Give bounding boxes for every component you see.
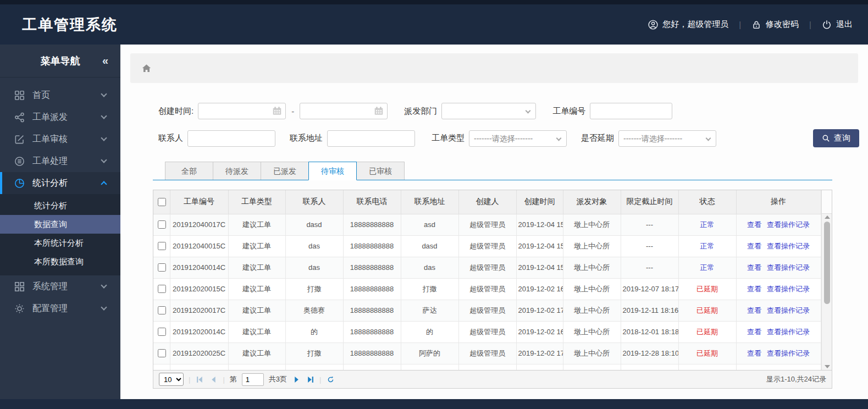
view-link[interactable]: 查看 [747, 349, 761, 357]
view-log-link[interactable]: 查看操作记录 [767, 263, 810, 272]
sidebar-subitem-data-query[interactable]: 数据查询 [0, 215, 120, 234]
work-order-table: 工单编号 工单类型 联系人 联系电话 联系地址 创建人 创建时间 派发对象 限定… [153, 190, 821, 370]
scrollbar-header-spacer [822, 190, 832, 214]
cell-target: 墩上中心所 [563, 235, 621, 257]
next-page-button[interactable] [292, 375, 301, 384]
row-checkbox[interactable] [158, 306, 166, 314]
col-address: 联系地址 [401, 190, 458, 214]
view-link[interactable]: 查看 [747, 220, 761, 229]
tab-dispatched[interactable]: 已派发 [261, 162, 309, 180]
row-checkbox[interactable] [158, 285, 166, 293]
cell-creator: 超级管理员 [458, 257, 516, 278]
cell-phone: 18888888888 [343, 342, 401, 364]
contact-input[interactable] [187, 130, 275, 147]
row-checkbox[interactable] [158, 220, 166, 229]
view-link[interactable]: 查看 [747, 263, 761, 272]
scrollbar-thumb[interactable] [824, 222, 830, 304]
status-tabs: 全部 待派发 已派发 待审核 已审核 [153, 162, 832, 180]
cell-order-no: 201912020015C [170, 278, 228, 300]
contact-address-input[interactable] [327, 130, 415, 147]
select-all-checkbox[interactable] [158, 198, 166, 206]
sidebar-item-home[interactable]: 首页 [0, 84, 120, 106]
view-link[interactable]: 查看 [747, 306, 761, 314]
sidebar-item-statistics[interactable]: 统计分析 [0, 172, 120, 194]
order-no-input[interactable] [590, 103, 672, 119]
tab-pending-review[interactable]: 待审核 [308, 162, 357, 180]
refresh-button[interactable] [326, 375, 335, 384]
table-row: 201912040015C 建议工单 das 18888888888 dasd … [153, 235, 821, 257]
sidebar-item-config[interactable]: 配置管理 [0, 297, 120, 319]
cell-contact: das [285, 235, 343, 257]
cell-address: das [401, 257, 458, 278]
tab-all[interactable]: 全部 [165, 162, 213, 180]
order-no-label: 工单编号 [552, 106, 585, 117]
first-page-button[interactable] [195, 375, 204, 384]
view-link[interactable]: 查看 [747, 285, 761, 293]
home-icon[interactable] [141, 63, 152, 74]
sidebar-subitem-branch-data-query[interactable]: 本所数据查询 [0, 252, 120, 271]
row-checkbox[interactable] [158, 328, 166, 336]
sidebar-item-system[interactable]: 系统管理 [0, 275, 120, 297]
cell-deadline: 2019-12-28 18:10 [621, 342, 678, 364]
view-link[interactable]: 查看 [747, 242, 761, 250]
order-type-field: -------请选择------- [469, 130, 567, 147]
scrollbar-track[interactable] [822, 214, 832, 370]
sidebar-item-dispatch[interactable]: 工单派发 [0, 106, 120, 128]
col-deadline: 限定截止时间 [621, 190, 678, 214]
order-type-select[interactable]: -------请选择------- [469, 130, 567, 147]
status-badge: 已延期 [696, 328, 718, 336]
cell-target: 墩上中心所 [563, 278, 621, 300]
last-page-button[interactable] [306, 375, 314, 384]
userbar-divider: | [736, 20, 744, 29]
filter-row-2: 联系人 联系地址 工单类型 -------请选择------- 是否延期 ---… [158, 129, 859, 147]
view-log-link[interactable]: 查看操作记录 [767, 349, 810, 357]
cell-phone: 18888888888 [343, 257, 401, 278]
sidebar-subitem-statistics[interactable]: 统计分析 [0, 196, 120, 215]
sidebar-item-label: 统计分析 [32, 178, 68, 189]
created-start-field [198, 103, 286, 119]
view-log-link[interactable]: 查看操作记录 [767, 328, 810, 336]
pagination-divider: | [319, 375, 321, 384]
lock-icon [751, 20, 761, 30]
view-link[interactable]: 查看 [747, 328, 761, 336]
search-button[interactable]: 查询 [813, 129, 859, 147]
sidebar-item-process[interactable]: 工单处理 [0, 150, 120, 172]
col-created: 创建时间 [516, 190, 563, 214]
user-greeting[interactable]: 您好，超级管理员 [648, 19, 728, 30]
page-number-input[interactable] [242, 373, 264, 386]
search-button-label: 查询 [834, 133, 850, 143]
table-row: 201912040017C 建议工单 dasd 18888888888 asd … [153, 214, 821, 235]
scroll-down-arrow[interactable] [825, 365, 830, 368]
sidebar-collapse-icon[interactable]: « [102, 54, 107, 67]
sidebar-subitem-branch-statistics[interactable]: 本所统计分析 [0, 234, 120, 252]
is-delayed-select[interactable]: -------请选择------- [618, 130, 716, 147]
dispatch-dept-select[interactable] [441, 103, 536, 119]
tab-reviewed[interactable]: 已审核 [356, 162, 405, 180]
row-checkbox[interactable] [158, 263, 166, 272]
view-log-link[interactable]: 查看操作记录 [767, 242, 810, 250]
app-title: 工单管理系统 [22, 15, 118, 35]
change-password-button[interactable]: 修改密码 [751, 19, 799, 30]
view-log-link[interactable]: 查看操作记录 [767, 285, 810, 293]
page-size-select[interactable]: 10 [159, 373, 184, 386]
cell-created: 2019-12-02 17 [516, 300, 563, 321]
created-start-input[interactable] [198, 103, 286, 119]
sidebar-item-review[interactable]: 工单审核 [0, 128, 120, 150]
view-log-link[interactable]: 查看操作记录 [767, 306, 810, 314]
view-log-link[interactable]: 查看操作记录 [767, 220, 810, 229]
tab-pending-dispatch[interactable]: 待派发 [213, 162, 261, 180]
row-checkbox[interactable] [158, 242, 166, 250]
cell-address: 萨达 [401, 300, 458, 321]
scroll-up-arrow[interactable] [825, 215, 830, 219]
cell-created: 2019-12-02 17 [516, 342, 563, 364]
is-delayed-label: 是否延期 [581, 133, 614, 143]
cell-creator: 超级管理员 [458, 300, 516, 321]
cell-order-no: 201912040015C [170, 235, 228, 257]
table-row: 201912020017C 建议工单 奥德赛 18888888888 萨达 超级… [153, 300, 821, 321]
row-checkbox[interactable] [158, 349, 166, 357]
logout-button[interactable]: 退出 [822, 19, 853, 30]
created-end-input[interactable] [300, 103, 388, 119]
logout-label: 退出 [836, 19, 853, 30]
date-range-separator: - [291, 107, 294, 116]
prev-page-button[interactable] [209, 375, 218, 384]
